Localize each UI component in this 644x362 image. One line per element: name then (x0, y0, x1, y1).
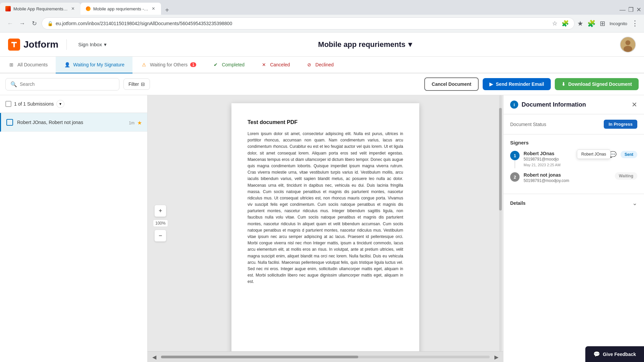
document-info-panel: i Document Information ✕ Document Status… (503, 95, 644, 362)
browser-tab-1[interactable]: Mobile App Requirements - Cop... × (0, 3, 80, 15)
pdf-viewer-panel: Test document PDF Lorem ipsum dolor sit … (148, 95, 503, 362)
pdf-nav-prev[interactable]: ◀ (150, 353, 158, 361)
details-label: Details (510, 200, 526, 206)
filter-label: Filter (128, 81, 139, 87)
extensions-icon[interactable]: 🧩 (561, 20, 569, 27)
signer-status-1: Sent (621, 151, 637, 158)
new-tab-button[interactable]: + (162, 5, 172, 15)
left-panel: 1 of 1 Submissions ▾ Robert JOnas, Rober… (0, 95, 148, 362)
tab-title-2: Mobile app requriements - Jotfo... (93, 6, 149, 11)
search-icon: 🔍 (10, 81, 17, 87)
tab-close-2[interactable]: × (151, 5, 156, 12)
bookmark-icon[interactable]: ☆ (552, 20, 557, 27)
pdf-scroll-track[interactable] (161, 356, 490, 358)
tab-all-documents[interactable]: ⊞ All Documents (0, 57, 56, 73)
tab-declined[interactable]: ⊘ Declined (298, 57, 341, 73)
give-feedback-button[interactable]: 💬 Give Feedback (585, 346, 644, 362)
submissions-dropdown[interactable]: ▾ (56, 100, 64, 108)
reminder-label: Send Reminder Email (496, 81, 544, 87)
completed-icon: ✔ (212, 61, 219, 68)
search-input[interactable] (20, 81, 114, 87)
pdf-scroll-position (161, 356, 358, 358)
search-box: 🔍 (5, 78, 119, 90)
restore-button[interactable]: ❐ (628, 6, 634, 13)
address-bar[interactable]: 🔒 eu.jotform.com/inbox/231401150198042/s… (42, 17, 575, 29)
info-icon: i (510, 101, 518, 109)
details-section: Details ⌄ (503, 194, 644, 212)
minimize-button[interactable]: — (620, 6, 626, 13)
nav-tabs: ⊞ All Documents 👤 Waiting for My Signatu… (0, 57, 644, 73)
panel-title-text: Document Information (522, 101, 586, 108)
tab-waiting-my-signature[interactable]: 👤 Waiting for My Signature (56, 57, 132, 73)
cancel-document-button[interactable]: Cancel Document (424, 77, 479, 91)
signer-details-2: Robert not jonas 50198791@moodjoy.com (524, 172, 611, 183)
send-reminder-button[interactable]: ▶ Send Reminder Email (483, 78, 551, 90)
pdf-nav-bar: ◀ ▶ (148, 351, 503, 362)
url-display: eu.jotform.com/inbox/231401150198042/sig… (56, 21, 549, 26)
waiting-my-icon: 👤 (64, 61, 70, 68)
toolbar: 🔍 Filter ⊟ Cancel Document ▶ Send Remind… (0, 73, 644, 95)
lock-icon: 🔒 (47, 21, 53, 26)
completed-label: Completed (222, 62, 245, 67)
feedback-label: Give Feedback (603, 352, 636, 357)
logo-text: Jotform (23, 39, 58, 50)
browser-menu-icon[interactable]: ⋮ (631, 19, 639, 28)
signer-item-2: 2 Robert not jonas 50198791@moodjoy.com … (510, 172, 637, 183)
doc-star-1[interactable]: ★ (137, 120, 142, 126)
sidebar-icon[interactable]: ⊞ (600, 19, 605, 27)
waiting-my-label: Waiting for My Signature (73, 62, 124, 67)
doc-meta-1: 1m ★ (129, 120, 142, 126)
header-title: Mobile app requriements ▾ (118, 40, 612, 49)
tab-close-1[interactable]: × (71, 5, 75, 12)
back-button[interactable]: ← (5, 19, 15, 28)
tab-favicon-1 (5, 6, 11, 11)
all-documents-icon: ⊞ (8, 61, 15, 68)
browser-tab-2[interactable]: Mobile app requriements - Jotfo... × (80, 3, 161, 15)
document-status-section: Document Status In Progress (503, 114, 644, 134)
logo: Jotform (8, 39, 58, 51)
pdf-viewer[interactable]: Test document PDF Lorem ipsum dolor sit … (148, 95, 503, 351)
zoom-in-button[interactable]: + (154, 205, 166, 217)
signer-name-2: Robert not jonas (524, 172, 611, 178)
sign-inbox-button[interactable]: Sign Inbox ▾ (75, 40, 110, 50)
download-signed-button[interactable]: ⬇ Download Signed Document (555, 78, 639, 90)
panel-close-button[interactable]: ✕ (632, 101, 637, 109)
window-close-button[interactable]: ✕ (636, 6, 641, 13)
main-content: 1 of 1 Submissions ▾ Robert JOnas, Rober… (0, 95, 644, 362)
forward-button[interactable]: → (17, 19, 27, 28)
tab-bar: Mobile App Requirements - Cop... × Mobil… (0, 0, 644, 15)
pdf-nav-next[interactable]: ▶ (492, 353, 500, 361)
send-icon: ▶ (489, 81, 493, 87)
logo-divider (66, 39, 67, 50)
doc-name-1: Robert JOnas, Robert not jonas (17, 120, 125, 125)
pdf-scrollbar[interactable] (499, 95, 502, 351)
feedback-icon: 💬 (593, 351, 600, 357)
tab-canceled[interactable]: ✕ Canceled (253, 57, 298, 73)
details-row[interactable]: Details ⌄ (510, 199, 637, 207)
address-bar-icons: ☆ 🧩 (552, 20, 569, 27)
filter-button[interactable]: Filter ⊟ (123, 78, 150, 90)
title-text: Mobile app requriements (318, 40, 405, 49)
doc-info-1: Robert JOnas, Robert not jonas (17, 120, 125, 125)
signer-tooltip-1: Robert JOnas (577, 149, 610, 159)
tab-waiting-others[interactable]: ⚠ Waiting for Others 1 (132, 57, 204, 73)
pdf-body: Lorem ipsum dolor sit amet, consectetur … (248, 131, 403, 285)
extensions-toolbar-icon[interactable]: 🧩 (587, 19, 596, 27)
document-item-1[interactable]: Robert JOnas, Robert not jonas 1m ★ (0, 113, 147, 132)
app-header: Jotform Sign Inbox ▾ Mobile app requriem… (0, 33, 644, 57)
user-avatar[interactable] (620, 37, 636, 53)
browser-chrome: Mobile App Requirements - Cop... × Mobil… (0, 0, 644, 33)
reload-button[interactable]: ↻ (30, 19, 39, 28)
canceled-icon: ✕ (261, 61, 267, 68)
title-dropdown-icon[interactable]: ▾ (408, 40, 412, 49)
doc-checkbox-1[interactable] (6, 119, 13, 126)
select-all-checkbox[interactable] (5, 101, 11, 107)
tab-favicon-2 (86, 6, 91, 11)
panel-title: i Document Information (510, 101, 586, 109)
filter-icon: ⊟ (141, 81, 145, 87)
bookmarks-icon[interactable]: ★ (577, 19, 583, 27)
pdf-scrollbar-thumb[interactable] (499, 108, 502, 210)
pdf-title: Test document PDF (248, 119, 403, 125)
tab-completed[interactable]: ✔ Completed (204, 57, 253, 73)
zoom-out-button[interactable]: − (154, 230, 166, 242)
